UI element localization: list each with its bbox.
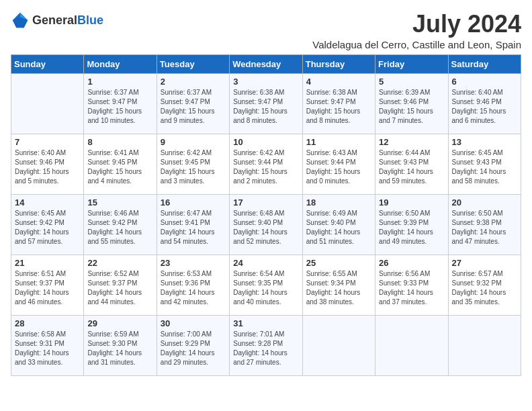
calendar-cell: 15Sunrise: 6:46 AM Sunset: 9:42 PM Dayli… bbox=[84, 194, 157, 255]
calendar-cell bbox=[375, 315, 448, 375]
calendar-cell: 13Sunrise: 6:45 AM Sunset: 9:43 PM Dayli… bbox=[448, 134, 521, 194]
calendar-cell: 25Sunrise: 6:55 AM Sunset: 9:34 PM Dayli… bbox=[302, 255, 375, 315]
cell-details: Sunrise: 6:44 AM Sunset: 9:43 PM Dayligh… bbox=[379, 148, 444, 186]
calendar-cell: 9Sunrise: 6:42 AM Sunset: 9:45 PM Daylig… bbox=[157, 134, 229, 194]
cell-details: Sunrise: 6:46 AM Sunset: 9:42 PM Dayligh… bbox=[87, 209, 152, 246]
calendar-week-row: 28Sunrise: 6:58 AM Sunset: 9:31 PM Dayli… bbox=[11, 315, 521, 375]
cell-details: Sunrise: 6:37 AM Sunset: 9:47 PM Dayligh… bbox=[87, 88, 152, 126]
calendar-week-row: 21Sunrise: 6:51 AM Sunset: 9:37 PM Dayli… bbox=[11, 255, 521, 315]
logo-icon bbox=[11, 11, 30, 30]
cell-details: Sunrise: 6:55 AM Sunset: 9:34 PM Dayligh… bbox=[306, 269, 371, 307]
calendar-week-row: 1Sunrise: 6:37 AM Sunset: 9:47 PM Daylig… bbox=[11, 73, 521, 134]
calendar-cell: 29Sunrise: 6:59 AM Sunset: 9:30 PM Dayli… bbox=[84, 315, 157, 375]
weekday-header-sunday: Sunday bbox=[11, 54, 84, 73]
cell-details: Sunrise: 7:00 AM Sunset: 9:29 PM Dayligh… bbox=[161, 330, 226, 367]
cell-details: Sunrise: 6:49 AM Sunset: 9:40 PM Dayligh… bbox=[306, 209, 371, 246]
weekday-header-row: SundayMondayTuesdayWednesdayThursdayFrid… bbox=[11, 54, 521, 73]
title-area: July 2024 Valdelagua del Cerro, Castille… bbox=[312, 11, 521, 50]
day-number: 16 bbox=[161, 197, 226, 208]
day-number: 20 bbox=[452, 197, 517, 208]
cell-details: Sunrise: 6:56 AM Sunset: 9:33 PM Dayligh… bbox=[379, 269, 444, 307]
calendar-cell bbox=[302, 315, 375, 375]
logo: GeneralBlue bbox=[11, 11, 103, 30]
calendar-cell bbox=[11, 73, 84, 134]
day-number: 2 bbox=[161, 77, 226, 87]
calendar-cell: 1Sunrise: 6:37 AM Sunset: 9:47 PM Daylig… bbox=[84, 73, 157, 134]
calendar-cell: 18Sunrise: 6:49 AM Sunset: 9:40 PM Dayli… bbox=[302, 194, 375, 255]
calendar-cell: 14Sunrise: 6:45 AM Sunset: 9:42 PM Dayli… bbox=[11, 194, 84, 255]
cell-details: Sunrise: 6:58 AM Sunset: 9:31 PM Dayligh… bbox=[15, 330, 80, 367]
day-number: 7 bbox=[15, 137, 80, 147]
day-number: 11 bbox=[306, 137, 371, 147]
calendar-cell: 2Sunrise: 6:37 AM Sunset: 9:47 PM Daylig… bbox=[157, 73, 229, 134]
cell-details: Sunrise: 6:59 AM Sunset: 9:30 PM Dayligh… bbox=[87, 330, 152, 367]
cell-details: Sunrise: 6:42 AM Sunset: 9:44 PM Dayligh… bbox=[233, 148, 298, 186]
day-number: 5 bbox=[379, 77, 444, 87]
cell-details: Sunrise: 6:41 AM Sunset: 9:45 PM Dayligh… bbox=[87, 148, 152, 186]
weekday-header-thursday: Thursday bbox=[302, 54, 375, 73]
calendar-cell: 26Sunrise: 6:56 AM Sunset: 9:33 PM Dayli… bbox=[375, 255, 448, 315]
calendar-cell: 19Sunrise: 6:50 AM Sunset: 9:39 PM Dayli… bbox=[375, 194, 448, 255]
month-title: July 2024 bbox=[312, 11, 521, 38]
weekday-header-friday: Friday bbox=[375, 54, 448, 73]
day-number: 14 bbox=[15, 197, 80, 208]
day-number: 3 bbox=[233, 77, 298, 87]
cell-details: Sunrise: 6:43 AM Sunset: 9:44 PM Dayligh… bbox=[306, 148, 371, 186]
cell-details: Sunrise: 6:39 AM Sunset: 9:46 PM Dayligh… bbox=[379, 88, 444, 126]
calendar-cell: 3Sunrise: 6:38 AM Sunset: 9:47 PM Daylig… bbox=[230, 73, 302, 134]
calendar-week-row: 7Sunrise: 6:40 AM Sunset: 9:46 PM Daylig… bbox=[11, 134, 521, 194]
day-number: 25 bbox=[306, 258, 371, 268]
calendar-table: SundayMondayTuesdayWednesdayThursdayFrid… bbox=[11, 54, 521, 376]
cell-details: Sunrise: 6:51 AM Sunset: 9:37 PM Dayligh… bbox=[15, 269, 80, 307]
day-number: 8 bbox=[87, 137, 152, 147]
calendar-cell: 16Sunrise: 6:47 AM Sunset: 9:41 PM Dayli… bbox=[157, 194, 229, 255]
cell-details: Sunrise: 6:40 AM Sunset: 9:46 PM Dayligh… bbox=[15, 148, 80, 186]
cell-details: Sunrise: 7:01 AM Sunset: 9:28 PM Dayligh… bbox=[233, 330, 298, 367]
cell-details: Sunrise: 6:54 AM Sunset: 9:35 PM Dayligh… bbox=[233, 269, 298, 307]
calendar-cell: 7Sunrise: 6:40 AM Sunset: 9:46 PM Daylig… bbox=[11, 134, 84, 194]
day-number: 9 bbox=[161, 137, 226, 147]
cell-details: Sunrise: 6:50 AM Sunset: 9:38 PM Dayligh… bbox=[452, 209, 517, 246]
calendar-cell: 24Sunrise: 6:54 AM Sunset: 9:35 PM Dayli… bbox=[230, 255, 302, 315]
day-number: 28 bbox=[15, 318, 80, 328]
day-number: 26 bbox=[379, 258, 444, 268]
calendar-cell: 22Sunrise: 6:52 AM Sunset: 9:37 PM Dayli… bbox=[84, 255, 157, 315]
calendar-cell: 30Sunrise: 7:00 AM Sunset: 9:29 PM Dayli… bbox=[157, 315, 229, 375]
calendar-cell: 8Sunrise: 6:41 AM Sunset: 9:45 PM Daylig… bbox=[84, 134, 157, 194]
calendar-week-row: 14Sunrise: 6:45 AM Sunset: 9:42 PM Dayli… bbox=[11, 194, 521, 255]
cell-details: Sunrise: 6:47 AM Sunset: 9:41 PM Dayligh… bbox=[161, 209, 226, 246]
calendar-cell: 11Sunrise: 6:43 AM Sunset: 9:44 PM Dayli… bbox=[302, 134, 375, 194]
cell-details: Sunrise: 6:40 AM Sunset: 9:46 PM Dayligh… bbox=[452, 88, 517, 126]
day-number: 1 bbox=[87, 77, 152, 87]
cell-details: Sunrise: 6:45 AM Sunset: 9:42 PM Dayligh… bbox=[15, 209, 80, 246]
calendar-cell: 5Sunrise: 6:39 AM Sunset: 9:46 PM Daylig… bbox=[375, 73, 448, 134]
calendar-cell: 28Sunrise: 6:58 AM Sunset: 9:31 PM Dayli… bbox=[11, 315, 84, 375]
weekday-header-saturday: Saturday bbox=[448, 54, 521, 73]
calendar-cell: 17Sunrise: 6:48 AM Sunset: 9:40 PM Dayli… bbox=[230, 194, 302, 255]
day-number: 17 bbox=[233, 197, 298, 208]
cell-details: Sunrise: 6:57 AM Sunset: 9:32 PM Dayligh… bbox=[452, 269, 517, 307]
calendar-cell: 21Sunrise: 6:51 AM Sunset: 9:37 PM Dayli… bbox=[11, 255, 84, 315]
weekday-header-monday: Monday bbox=[84, 54, 157, 73]
day-number: 22 bbox=[87, 258, 152, 268]
calendar-cell: 6Sunrise: 6:40 AM Sunset: 9:46 PM Daylig… bbox=[448, 73, 521, 134]
logo-general: GeneralBlue bbox=[32, 14, 103, 27]
day-number: 10 bbox=[233, 137, 298, 147]
day-number: 24 bbox=[233, 258, 298, 268]
weekday-header-wednesday: Wednesday bbox=[230, 54, 302, 73]
cell-details: Sunrise: 6:53 AM Sunset: 9:36 PM Dayligh… bbox=[161, 269, 226, 307]
calendar-cell: 27Sunrise: 6:57 AM Sunset: 9:32 PM Dayli… bbox=[448, 255, 521, 315]
day-number: 21 bbox=[15, 258, 80, 268]
day-number: 12 bbox=[379, 137, 444, 147]
calendar-cell: 12Sunrise: 6:44 AM Sunset: 9:43 PM Dayli… bbox=[375, 134, 448, 194]
cell-details: Sunrise: 6:48 AM Sunset: 9:40 PM Dayligh… bbox=[233, 209, 298, 246]
day-number: 30 bbox=[161, 318, 226, 328]
cell-details: Sunrise: 6:38 AM Sunset: 9:47 PM Dayligh… bbox=[233, 88, 298, 126]
calendar-cell bbox=[448, 315, 521, 375]
cell-details: Sunrise: 6:42 AM Sunset: 9:45 PM Dayligh… bbox=[161, 148, 226, 186]
location-title: Valdelagua del Cerro, Castille and Leon,… bbox=[312, 39, 521, 50]
day-number: 19 bbox=[379, 197, 444, 208]
cell-details: Sunrise: 6:37 AM Sunset: 9:47 PM Dayligh… bbox=[161, 88, 226, 126]
calendar-cell: 4Sunrise: 6:38 AM Sunset: 9:47 PM Daylig… bbox=[302, 73, 375, 134]
day-number: 29 bbox=[87, 318, 152, 328]
